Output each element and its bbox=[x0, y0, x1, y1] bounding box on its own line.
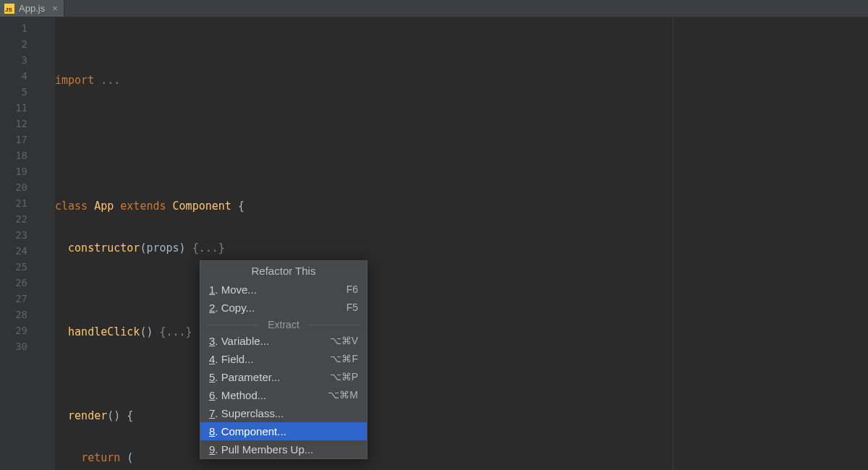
code-token: ( bbox=[127, 451, 133, 464]
item-label: Field... bbox=[221, 353, 254, 365]
refactor-field[interactable]: 4. Field... ⌥⌘F bbox=[200, 350, 367, 368]
item-mnemonic: 5 bbox=[209, 371, 215, 383]
popup-title: Refactor This bbox=[200, 261, 367, 281]
fold-column bbox=[43, 17, 55, 470]
code-fold[interactable]: {...} bbox=[160, 325, 192, 338]
refactor-popup: Refactor This 1. Move... F6 2. Copy... F… bbox=[200, 260, 367, 459]
item-label: Move... bbox=[221, 283, 257, 296]
item-label: Component... bbox=[221, 425, 286, 437]
item-mnemonic: 6 bbox=[209, 389, 215, 401]
item-shortcut: ⌥⌘M bbox=[328, 389, 358, 401]
refactor-variable[interactable]: 3. Variable... ⌥⌘V bbox=[200, 332, 367, 350]
code-token: (props) bbox=[140, 242, 192, 255]
item-shortcut: ⌥⌘V bbox=[330, 335, 358, 347]
code-token: () { bbox=[107, 409, 133, 422]
refactor-parameter[interactable]: 5. Parameter... ⌥⌘P bbox=[200, 368, 367, 386]
item-mnemonic: 3 bbox=[209, 335, 215, 347]
line-number-gutter: 123 4511 121718 192021 222324 252627 282… bbox=[0, 17, 43, 470]
item-mnemonic: 1 bbox=[209, 283, 215, 296]
item-label: Pull Members Up... bbox=[221, 443, 314, 456]
item-mnemonic: 9 bbox=[209, 443, 215, 456]
refactor-component[interactable]: 8. Component... bbox=[200, 422, 367, 440]
refactor-move[interactable]: 1. Move... F6 bbox=[200, 281, 367, 299]
refactor-superclass[interactable]: 7. Superclass... bbox=[200, 404, 367, 422]
item-shortcut: ⌥⌘F bbox=[330, 353, 358, 365]
item-label: Method... bbox=[221, 389, 267, 401]
tab-bar: JS App.js × bbox=[0, 0, 868, 17]
item-mnemonic: 2 bbox=[209, 302, 215, 314]
code-token: { bbox=[238, 200, 244, 213]
code-token: () bbox=[140, 325, 159, 338]
item-label: Parameter... bbox=[221, 371, 281, 383]
tab-filename: App.js bbox=[19, 3, 45, 14]
item-label: Copy... bbox=[221, 302, 255, 314]
popup-section-extract: Extract bbox=[200, 317, 367, 332]
item-shortcut: ⌥⌘P bbox=[330, 371, 358, 383]
refactor-method[interactable]: 6. Method... ⌥⌘M bbox=[200, 386, 367, 404]
code-area[interactable]: import ... class App extends Component {… bbox=[55, 17, 868, 470]
item-label: Variable... bbox=[221, 335, 269, 347]
refactor-copy[interactable]: 2. Copy... F5 bbox=[200, 299, 367, 317]
refactor-pull-members-up[interactable]: 9. Pull Members Up... bbox=[200, 440, 367, 458]
code-token bbox=[55, 451, 81, 464]
code-fold[interactable]: {...} bbox=[192, 242, 225, 255]
code-token: return bbox=[81, 451, 127, 464]
code-token: App bbox=[94, 200, 120, 213]
item-mnemonic: 8 bbox=[209, 425, 215, 437]
js-file-icon: JS bbox=[4, 4, 14, 14]
code-token: render bbox=[55, 409, 107, 422]
code-token: extends bbox=[120, 200, 172, 213]
item-label: Superclass... bbox=[221, 407, 284, 419]
code-token: handleClick bbox=[55, 325, 140, 338]
code-fold[interactable]: ... bbox=[94, 74, 120, 87]
wrap-guide bbox=[673, 17, 673, 470]
item-mnemonic: 7 bbox=[209, 407, 215, 419]
item-mnemonic: 4 bbox=[209, 353, 215, 365]
code-token: class bbox=[55, 200, 94, 213]
close-icon[interactable]: × bbox=[52, 3, 58, 14]
code-token: Component bbox=[173, 200, 238, 213]
item-shortcut: F5 bbox=[346, 302, 358, 314]
code-token: constructor bbox=[55, 242, 140, 255]
item-shortcut: F6 bbox=[346, 283, 358, 296]
code-editor[interactable]: 123 4511 121718 192021 222324 252627 282… bbox=[0, 17, 868, 470]
code-token: import bbox=[55, 74, 94, 87]
editor-tab-appjs[interactable]: JS App.js × bbox=[0, 0, 64, 17]
